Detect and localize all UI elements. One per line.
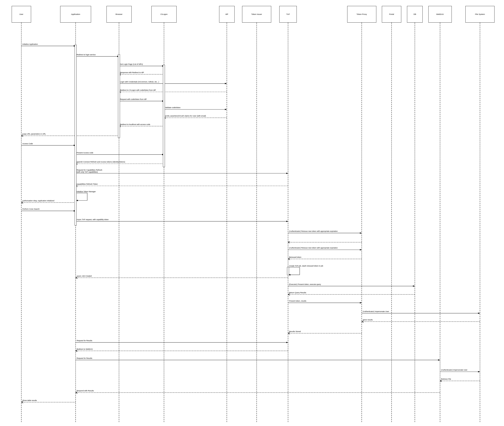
msg-label-36: Retrieve File bbox=[441, 378, 451, 380]
lifeline-box-webdav: WebDAV bbox=[428, 6, 452, 23]
sequence-diagram: UserApplicationBrowserCILogonIdPToken Is… bbox=[0, 0, 504, 426]
msg-label-34: Request for Results bbox=[77, 357, 92, 359]
msg-label-15: Capabilities Refresh Token bbox=[77, 183, 98, 185]
lifeline-box-db: DB bbox=[407, 6, 422, 23]
lifeline-box-portal: Portal bbox=[382, 6, 401, 23]
msg-label-24: Create TAP job, stash reissued token in … bbox=[289, 265, 323, 267]
msg-label-23: Reissued token bbox=[289, 256, 301, 258]
msg-label-10: Copy URL parameters in URL bbox=[22, 133, 46, 135]
msg-label-37: Respond with Results bbox=[77, 390, 94, 392]
lifeline-box-filesystem: File System bbox=[465, 6, 495, 23]
msg-label-26: (Executor) Present token, execute query bbox=[289, 283, 321, 285]
lifeline-box-idp: IdP bbox=[219, 6, 235, 23]
msg-label-38: Show table results bbox=[22, 399, 37, 401]
msg-label-13: OpenID Connect Refresh and Access tokens… bbox=[77, 161, 125, 163]
msg-label-14: Request for Capabilities Refresh(with on… bbox=[77, 169, 102, 173]
msg-label-1: Redirect to login service bbox=[77, 54, 96, 56]
msg-label-4: Login with Credentials (InCommon, Github… bbox=[120, 81, 159, 83]
browser-activation bbox=[118, 54, 120, 138]
app-main-activation bbox=[75, 45, 77, 226]
lifeline-box-user: User bbox=[12, 6, 31, 23]
msg-label-35: (Authenticator) Impersonate User bbox=[441, 369, 467, 371]
msg-label-8: SAML assertions/OAuth claims for User (w… bbox=[165, 115, 206, 117]
msg-label-28: Present token, results bbox=[289, 300, 306, 302]
msg-label-22: (Authenticator) Reissue new token with a… bbox=[289, 247, 338, 249]
msg-label-16: Initialize Token Manager bbox=[77, 191, 96, 192]
msg-label-19: Async TAP request, with capability token bbox=[77, 219, 109, 220]
lifeline-box-app: Application bbox=[60, 6, 91, 23]
msg-label-29: (Authenticator) Impersonate User bbox=[363, 311, 389, 312]
msg-label-2: Get Login Page (List of IdPs) bbox=[120, 63, 143, 65]
msg-label-30: Store results bbox=[363, 319, 373, 321]
msg-label-20: (Authenticator) Reissue new token with a… bbox=[289, 230, 338, 232]
msg-label-11: Access Code bbox=[22, 143, 33, 145]
msg-label-3: Response with Redirect to IdP bbox=[120, 71, 144, 73]
lifeline-box-token_issuer: Token Issuer bbox=[242, 6, 271, 23]
msg-label-27: Return Query Results bbox=[289, 292, 306, 294]
msg-label-9: Redirect to localhost with access code bbox=[120, 123, 150, 125]
msg-label-32: Request for Results bbox=[77, 340, 92, 341]
lifeline-box-cilogon: CILogon bbox=[152, 6, 177, 23]
activation-24 bbox=[287, 267, 289, 275]
msg-label-25: Async Job Created bbox=[77, 275, 92, 277]
lifeline-box-browser: Browser bbox=[106, 6, 132, 23]
msg-label-7: Validate code/token bbox=[165, 106, 180, 109]
diagram-title bbox=[0, 0, 504, 2]
msg-label-33: Redirect to WebDAV bbox=[77, 348, 93, 350]
msg-label-12: Present Access code bbox=[77, 152, 93, 154]
msg-label-18: Perform Cone Search bbox=[22, 208, 40, 210]
msg-label-31: Results Stored bbox=[289, 331, 301, 333]
lifeline-box-tap: TAP bbox=[279, 6, 297, 23]
cilogon-activation bbox=[163, 65, 165, 167]
msg-label-6: Request with code/token from IdP bbox=[120, 98, 147, 100]
msg-label-17: Authorization okay, Application initiali… bbox=[22, 200, 54, 202]
msg-label-0: Initialize Application bbox=[22, 43, 38, 45]
lifeline-box-token_proxy: Token Proxy bbox=[347, 6, 376, 23]
msg-label-5: Redirect to CILogon with code/token from… bbox=[120, 89, 156, 91]
